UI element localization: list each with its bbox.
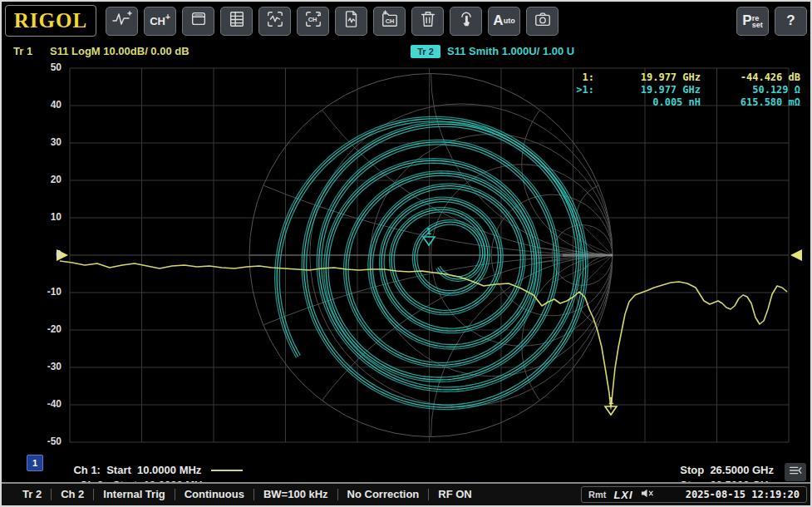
trace1-id[interactable]: Tr 1 (13, 45, 32, 57)
status-correction[interactable]: No Correction (337, 489, 429, 500)
help-button[interactable]: ? (775, 7, 807, 36)
lxi-logo: LXI (613, 489, 632, 501)
ref-level-marker-right[interactable] (790, 249, 802, 261)
ytick-n20: -20 (32, 323, 62, 335)
marker-row-tr2-aux: 0.005 nH 615.580 mΩ (566, 96, 800, 109)
rigol-logo: RIGOL (5, 5, 96, 37)
help-icon: ? (786, 12, 795, 29)
ytick-10: 10 (32, 211, 62, 223)
svg-text:CH: CH (308, 16, 317, 23)
mute-icon[interactable] (641, 487, 654, 502)
ytick-40: 40 (32, 99, 62, 111)
channel-add-plus: + (165, 12, 170, 22)
ytick-30: 30 (32, 136, 62, 148)
status-bar: Tr 2 Ch 2 Internal Trig Continuous BW=10… (2, 482, 810, 505)
ytick-20: 20 (32, 174, 62, 185)
trace-file-button[interactable] (335, 7, 367, 36)
trace-add-button[interactable] (106, 7, 138, 36)
status-trigger[interactable]: Internal Trig (93, 489, 174, 500)
trace1-params[interactable]: S11 LogM 10.00dB/ 0.00 dB (50, 45, 189, 57)
table-icon (228, 10, 246, 32)
ytick-50: 50 (32, 62, 62, 73)
preset-label-small: re set (752, 15, 763, 28)
preset-label-big: P (742, 12, 751, 29)
status-trace[interactable]: Tr 2 (13, 489, 51, 500)
touch-icon (457, 10, 475, 32)
trace2-badge[interactable]: Tr 2 (411, 45, 440, 58)
delete-button[interactable] (411, 7, 444, 36)
touch-button[interactable] (450, 7, 482, 36)
auto-button[interactable]: Auto (488, 7, 520, 36)
channel-add-label: CH (150, 15, 165, 27)
auto-label-big: A (493, 12, 503, 29)
ytick-0: 0 (32, 249, 62, 260)
channel-table-button[interactable] (220, 7, 253, 36)
trash-icon (419, 10, 437, 32)
svg-text:1: 1 (608, 396, 614, 406)
status-rf[interactable]: RF ON (428, 489, 480, 500)
menu-collapse-button[interactable] (785, 463, 806, 481)
trace1-logm-path (60, 261, 787, 409)
channel-window-button[interactable]: CH+ (297, 7, 329, 36)
status-channel[interactable]: Ch 2 (51, 489, 93, 500)
svg-text:+: + (317, 12, 320, 18)
pulse-plus-icon (112, 10, 132, 32)
ytick-n40: -40 (32, 398, 62, 410)
vna-screen: RIGOL CH+ CH+ (0, 0, 812, 507)
folder-channel-icon: CH (381, 10, 399, 32)
status-bandwidth[interactable]: BW=100 kHz (253, 489, 337, 500)
frame-channel-icon: CH+ (304, 10, 322, 32)
channel-indicator-badge[interactable]: 1 (27, 455, 43, 471)
channel-file-button[interactable]: CH (373, 7, 406, 36)
marker-row-tr1: 1: 19.977 GHz -44.426 dB (566, 71, 800, 84)
channel-add-button[interactable]: CH+ (144, 7, 176, 36)
trace-window-button[interactable] (258, 7, 291, 36)
preset-button[interactable]: P re set (736, 7, 769, 36)
camera-icon (534, 10, 552, 32)
trace-info-bar: Tr 1 S11 LogM 10.00dB/ 0.00 dB Tr 2 S11 … (2, 45, 810, 62)
trace2-params[interactable]: S11 Smith 1.000U/ 1.00 U (447, 45, 574, 57)
datetime: 2025-08-15 12:19:20 (686, 489, 800, 500)
marker-readout: 1: 19.977 GHz -44.426 dB >1: 19.977 GHz … (566, 71, 800, 109)
window-icon (189, 10, 208, 32)
toolbar: RIGOL CH+ CH+ (5, 4, 807, 37)
system-status-box: Rmt LXI 2025-08-15 12:19:20 (581, 486, 807, 503)
rigol-logo-text: RIGOL (14, 9, 87, 32)
ytick-n30: -30 (32, 361, 62, 372)
svg-text:1: 1 (426, 226, 432, 237)
status-sweep[interactable]: Continuous (175, 489, 253, 500)
ytick-n50: -50 (32, 436, 62, 447)
ytick-n10: -10 (32, 286, 62, 298)
svg-text:CH: CH (385, 17, 394, 25)
remote-indicator: Rmt (588, 490, 606, 500)
window-layout-button[interactable] (182, 7, 214, 36)
auto-label-small: uto (504, 17, 515, 25)
menu-collapse-icon (788, 464, 803, 480)
screenshot-button[interactable] (526, 7, 559, 36)
document-pulse-icon (342, 10, 361, 32)
frame-pulse-icon (266, 10, 284, 32)
marker-row-tr2: >1: 19.977 GHz 50.129 Ω (566, 84, 800, 96)
